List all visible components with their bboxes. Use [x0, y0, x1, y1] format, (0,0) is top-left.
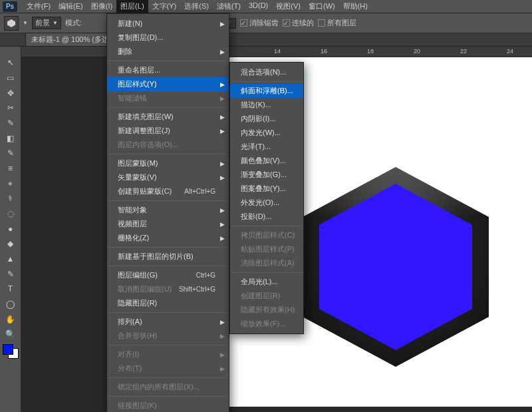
- fg-swatch[interactable]: [3, 344, 13, 355]
- menu-item[interactable]: 外发光(O)...: [230, 196, 303, 210]
- menu-item-label: 新建基于图层的切片(B): [118, 252, 194, 262]
- menu-item-label: 图层编组(G): [118, 270, 158, 280]
- menu-item-label: 拷贝图层样式(C): [241, 230, 295, 240]
- hexagon-shape[interactable]: [293, 164, 499, 370]
- menu-item-label: 删除: [118, 47, 132, 57]
- menu-图层[interactable]: 图层(L): [116, 0, 148, 13]
- menu-item[interactable]: 渐变叠加(G)...: [230, 168, 303, 182]
- tool-icon[interactable]: ●: [3, 223, 18, 234]
- tool-icon[interactable]: ✎: [3, 118, 18, 129]
- tool-icon[interactable]: ◯: [3, 299, 18, 310]
- ruler-horizontal: 141618202224: [21, 47, 532, 57]
- menu-item[interactable]: 图层编组(G)Ctrl+G: [107, 268, 229, 282]
- menu-shortcut: Shift+Ctrl+G: [179, 286, 215, 293]
- tool-icon[interactable]: ◌: [3, 208, 18, 220]
- contiguous-label: 连续的: [292, 18, 314, 28]
- menu-shortcut: Ctrl+G: [196, 272, 215, 279]
- menu-item[interactable]: 图层样式(Y)▶: [107, 77, 229, 91]
- menu-item[interactable]: 智能对象▶: [107, 203, 229, 217]
- tool-icon[interactable]: ▭: [3, 73, 18, 84]
- menu-item[interactable]: 混合选项(N)...: [230, 65, 303, 79]
- menu-3d[interactable]: 3D(D): [245, 0, 272, 13]
- menu-文字[interactable]: 文字(Y): [148, 0, 181, 13]
- contiguous-checkbox[interactable]: ✓ 连续的: [283, 18, 314, 28]
- tool-icon[interactable]: ◧: [3, 132, 18, 144]
- menu-item[interactable]: 颜色叠加(V)...: [230, 154, 303, 168]
- menu-item-label: 混合选项(N)...: [241, 67, 286, 77]
- menu-separator: [108, 107, 227, 108]
- tool-icon[interactable]: ↖: [3, 57, 18, 69]
- menu-item[interactable]: 新建填充图层(W)▶: [107, 110, 229, 124]
- menu-item-label: 颜色叠加(V)...: [241, 156, 286, 166]
- tool-icon[interactable]: ⚕: [3, 193, 18, 204]
- menu-item[interactable]: 内阴影(I)...: [230, 112, 303, 126]
- menu-滤镜[interactable]: 滤镜(T): [213, 0, 245, 13]
- menu-item[interactable]: 图案叠加(Y)...: [230, 182, 303, 196]
- menu-item[interactable]: 内发光(W)...: [230, 126, 303, 140]
- tool-icon[interactable]: ✥: [3, 87, 18, 99]
- menu-separator: [108, 247, 227, 248]
- menu-item-label: 链接图层(K): [118, 401, 157, 411]
- menu-图像[interactable]: 图像(I): [87, 0, 116, 13]
- menu-选择[interactable]: 选择(S): [180, 0, 213, 13]
- tool-icon[interactable]: 🔍: [3, 329, 18, 340]
- menu-item[interactable]: 创建剪贴蒙版(C)Alt+Ctrl+G: [107, 184, 229, 198]
- menu-编辑[interactable]: 编辑(E): [55, 0, 87, 13]
- menu-item[interactable]: 描边(K)...: [230, 98, 303, 112]
- menu-item[interactable]: 新建(N)▶: [107, 17, 229, 31]
- menu-item: 粘贴图层样式(P): [230, 242, 303, 256]
- submenu-arrow-icon: ▶: [220, 235, 225, 242]
- ruler-tick: 14: [274, 48, 281, 55]
- alllayers-checkbox[interactable]: 所有图层: [318, 18, 356, 28]
- menu-窗口[interactable]: 窗口(W): [305, 0, 339, 13]
- menu-item[interactable]: 全局光(L)...: [230, 275, 303, 289]
- menu-item[interactable]: 矢量蒙版(V)▶: [107, 170, 229, 184]
- tool-icon[interactable]: ≡: [3, 163, 18, 174]
- menu-item-label: 粘贴图层样式(P): [241, 244, 295, 254]
- menu-item[interactable]: 重命名图层...: [107, 63, 229, 77]
- tool-icon[interactable]: ⌖: [3, 178, 18, 189]
- menu-item-label: 斜面和浮雕(B)...: [241, 86, 293, 96]
- svg-marker-0: [7, 19, 15, 27]
- tool-icon[interactable]: ✂: [3, 103, 18, 114]
- menu-item[interactable]: 新建基于图层的切片(B): [107, 250, 229, 264]
- menu-item[interactable]: 视频图层▶: [107, 217, 229, 231]
- menu-item[interactable]: 删除▶: [107, 45, 229, 59]
- menu-item-label: 投影(D)...: [241, 212, 271, 222]
- submenu-arrow-icon: ▶: [220, 160, 225, 167]
- menu-item: 分布(T)▶: [107, 361, 229, 375]
- menu-视图[interactable]: 视图(V): [272, 0, 305, 13]
- tool-icon[interactable]: ◆: [3, 238, 18, 250]
- layer-menu: 新建(N)▶复制图层(D)...删除▶重命名图层...图层样式(Y)▶智能滤镜▶…: [106, 13, 229, 412]
- menu-item[interactable]: 图层蒙版(M)▶: [107, 156, 229, 170]
- fill-select[interactable]: 前景 ▼: [32, 17, 61, 29]
- menu-item[interactable]: 栅格化(Z)▶: [107, 231, 229, 245]
- menu-item-label: 全局光(L)...: [241, 277, 278, 287]
- tool-icon[interactable]: ▲: [3, 254, 18, 265]
- menu-文件[interactable]: 文件(F): [23, 0, 55, 13]
- menu-item[interactable]: 新建调整图层(J)▶: [107, 124, 229, 138]
- color-swatches[interactable]: [3, 344, 19, 359]
- menu-item[interactable]: 隐藏图层(R): [107, 296, 229, 310]
- submenu-arrow-icon: ▶: [220, 81, 225, 88]
- check-icon: ✓: [240, 19, 247, 27]
- menu-item[interactable]: 排列(A)▶: [107, 315, 229, 329]
- tool-icon[interactable]: ✋: [3, 313, 18, 325]
- menu-item-label: 视频图层: [118, 219, 147, 229]
- mode-label: 模式:: [65, 18, 82, 28]
- chevron-down-icon[interactable]: ▼: [23, 20, 28, 26]
- menu-item-label: 新建(N): [118, 19, 142, 29]
- current-tool-icon[interactable]: [4, 16, 19, 31]
- menu-item[interactable]: 斜面和浮雕(B)...: [230, 84, 303, 98]
- antialias-checkbox[interactable]: ✓ 消除锯齿: [240, 18, 279, 28]
- menu-item[interactable]: 光泽(T)...: [230, 140, 303, 154]
- menu-帮助[interactable]: 帮助(H): [339, 0, 372, 13]
- menu-item-label: 合并形状(H): [118, 331, 157, 341]
- tool-icon[interactable]: T: [3, 284, 18, 295]
- tool-icon[interactable]: ✎: [3, 148, 18, 159]
- menu-item[interactable]: 投影(D)...: [230, 210, 303, 224]
- tool-icon[interactable]: ✎: [3, 268, 18, 280]
- menu-item[interactable]: 复制图层(D)...: [107, 31, 229, 45]
- menu-separator: [231, 226, 302, 226]
- menu-item-label: 光泽(T)...: [241, 142, 271, 152]
